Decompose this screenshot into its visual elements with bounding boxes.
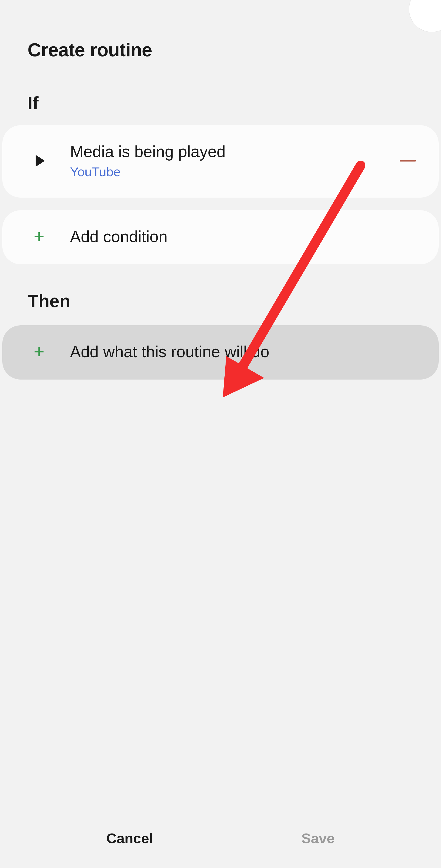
- app-root: Create routine If Media is being played …: [0, 0, 441, 868]
- cancel-button[interactable]: Cancel: [93, 823, 167, 853]
- condition-subtitle: YouTube: [70, 164, 400, 179]
- remove-condition-icon[interactable]: [400, 160, 416, 161]
- plus-icon: +: [29, 227, 50, 246]
- condition-title: Media is being played: [70, 143, 400, 161]
- condition-text: Media is being played YouTube: [50, 143, 400, 179]
- section-then-label: Then: [0, 277, 441, 323]
- header: Create routine: [0, 0, 441, 79]
- add-condition-label: Add condition: [70, 227, 416, 246]
- add-action-card[interactable]: + Add what this routine will do: [2, 325, 439, 379]
- content: If Media is being played YouTube + Add c…: [0, 79, 441, 817]
- save-button[interactable]: Save: [288, 823, 348, 853]
- page-title: Create routine: [28, 39, 413, 61]
- add-action-label: Add what this routine will do: [70, 343, 416, 361]
- play-icon: [29, 155, 50, 167]
- plus-icon: +: [29, 343, 50, 361]
- add-action-text: Add what this routine will do: [50, 343, 416, 361]
- footer-bar: Cancel Save: [0, 817, 441, 868]
- section-if-label: If: [0, 79, 441, 125]
- add-condition-card[interactable]: + Add condition: [2, 210, 439, 265]
- condition-card[interactable]: Media is being played YouTube: [2, 125, 439, 197]
- add-condition-text: Add condition: [50, 227, 416, 246]
